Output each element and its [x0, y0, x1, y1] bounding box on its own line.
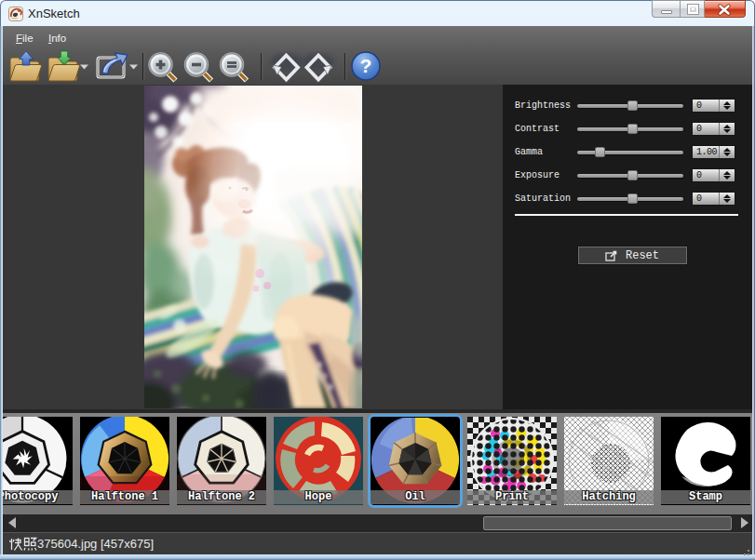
svg-text:?: ? [360, 55, 372, 76]
